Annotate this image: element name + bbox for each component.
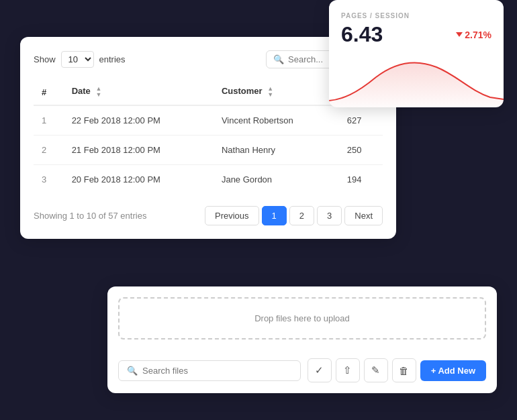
- show-entries: Show 10 25 50 entries: [34, 51, 126, 68]
- trend-down-icon: [456, 32, 463, 37]
- col-date[interactable]: Date ▲▼: [64, 79, 214, 105]
- cell-customer: Jane Gordon: [214, 165, 339, 195]
- next-button[interactable]: Next: [344, 206, 383, 225]
- action-buttons: ✓ ⇧ ✎ 🗑 + Add New: [308, 358, 486, 382]
- entries-label: entries: [99, 54, 126, 64]
- sort-arrows-customer: ▲▼: [267, 86, 273, 98]
- add-new-button[interactable]: + Add New: [420, 360, 486, 381]
- showing-text: Showing 1 to 10 of 57 entries: [34, 211, 146, 221]
- share-button[interactable]: ⇧: [336, 358, 360, 382]
- cell-num: 3: [34, 165, 64, 195]
- drop-label: Drop files here to upload: [254, 313, 350, 323]
- pagination: Previous 1 2 3 Next: [205, 206, 383, 225]
- table-row: 2 21 Feb 2018 12:00 PM Nathan Henry 250: [34, 136, 383, 165]
- col-customer[interactable]: Customer ▲▼: [214, 79, 339, 105]
- table-footer: Showing 1 to 10 of 57 entries Previous 1…: [34, 206, 383, 225]
- analytics-card: PAGES / SESSION 6.43 2.71%: [329, 0, 504, 107]
- sort-arrows-date: ▲▼: [95, 86, 101, 98]
- cell-num: 2: [34, 136, 64, 165]
- analytics-chart: [329, 54, 504, 107]
- cell-num: 1: [34, 105, 64, 136]
- table-row: 1 22 Feb 2018 12:00 PM Vincent Robertson…: [34, 105, 383, 136]
- page-3-button[interactable]: 3: [317, 206, 342, 225]
- search-files-input[interactable]: [142, 366, 292, 376]
- analytics-change-value: 2.71%: [465, 30, 491, 40]
- upload-card: Drop files here to upload 🔍 ✓ ⇧ ✎ 🗑 + Ad…: [107, 286, 497, 393]
- cell-date: 21 Feb 2018 12:00 PM: [64, 136, 214, 165]
- col-num: #: [34, 79, 64, 105]
- search-files-box: 🔍: [118, 360, 301, 381]
- cell-customer: Vincent Robertson: [214, 105, 339, 136]
- upload-footer: 🔍 ✓ ⇧ ✎ 🗑 + Add New: [107, 350, 497, 393]
- drop-zone[interactable]: Drop files here to upload: [118, 297, 486, 339]
- cell-customer: Nathan Henry: [214, 136, 339, 165]
- cell-date: 22 Feb 2018 12:00 PM: [64, 105, 214, 136]
- analytics-label: PAGES / SESSION: [341, 12, 491, 19]
- delete-button[interactable]: 🗑: [392, 358, 416, 382]
- page-2-button[interactable]: 2: [289, 206, 314, 225]
- analytics-value: 6.43: [341, 22, 383, 47]
- show-label: Show: [34, 54, 56, 64]
- cell-amount: 250: [339, 136, 383, 165]
- page-1-button[interactable]: 1: [262, 206, 287, 225]
- search-files-icon: 🔍: [127, 366, 138, 376]
- check-button[interactable]: ✓: [308, 358, 332, 382]
- search-icon: 🔍: [273, 54, 284, 64]
- entries-select[interactable]: 10 25 50: [61, 51, 94, 68]
- table-row: 3 20 Feb 2018 12:00 PM Jane Gordon 194: [34, 165, 383, 195]
- cell-amount: 194: [339, 165, 383, 195]
- analytics-change: 2.71%: [456, 30, 491, 40]
- edit-button[interactable]: ✎: [364, 358, 388, 382]
- prev-button[interactable]: Previous: [205, 206, 259, 225]
- cell-date: 20 Feb 2018 12:00 PM: [64, 165, 214, 195]
- cell-amount: 627: [339, 105, 383, 136]
